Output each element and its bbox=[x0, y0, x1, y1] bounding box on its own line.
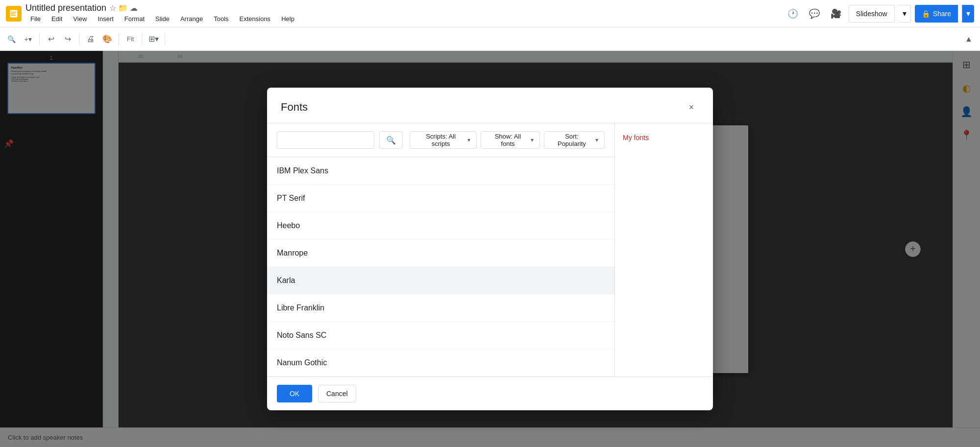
toolbar: 🔍 +▾ ↩ ↪ 🖨 🎨 Fit ⊞▾ ▲ bbox=[0, 27, 980, 51]
font-list-item[interactable]: Karla bbox=[267, 267, 614, 294]
filter-scripts-button[interactable]: Scripts: All scripts ▾ bbox=[410, 131, 477, 149]
main-area: 1 PaperMont Professional Presentations i… bbox=[0, 51, 980, 447]
font-list-item[interactable]: Nanum Gothic bbox=[267, 349, 614, 376]
menu-view[interactable]: View bbox=[68, 13, 92, 24]
comment-icon-btn[interactable]: 💬 bbox=[806, 5, 823, 23]
font-list-item[interactable]: Noto Sans SC bbox=[267, 322, 614, 349]
layout-icon-btn[interactable]: ⊞▾ bbox=[146, 32, 161, 47]
doc-title: Untitled presentation ☆ 📁 ☁ bbox=[25, 3, 299, 13]
svg-rect-3 bbox=[11, 15, 16, 16]
font-list-item[interactable]: PT Serif bbox=[267, 185, 614, 212]
undo-btn[interactable]: ↩ bbox=[44, 32, 58, 47]
svg-rect-2 bbox=[11, 13, 15, 14]
filter-sort-label: Sort: Popularity bbox=[550, 133, 593, 147]
top-bar: Untitled presentation ☆ 📁 ☁ File Edit Vi… bbox=[0, 0, 980, 27]
filter-show-label: Show: All fonts bbox=[487, 133, 529, 147]
menu-file[interactable]: File bbox=[25, 13, 46, 24]
menu-slide[interactable]: Slide bbox=[150, 13, 174, 24]
title-section: Untitled presentation ☆ 📁 ☁ File Edit Vi… bbox=[25, 3, 299, 24]
doc-title-text[interactable]: Untitled presentation bbox=[25, 3, 106, 13]
menu-extensions[interactable]: Extensions bbox=[235, 13, 276, 24]
toolbar-right-collapse[interactable]: ▲ bbox=[961, 32, 976, 47]
filter-scripts-caret: ▾ bbox=[467, 137, 470, 143]
share-lock-icon: 🔒 bbox=[922, 10, 930, 18]
modal-close-button[interactable]: × bbox=[684, 99, 699, 115]
menu-format[interactable]: Format bbox=[120, 13, 149, 24]
toolbar-divider-3 bbox=[119, 33, 119, 45]
my-fonts-label[interactable]: My fonts bbox=[623, 134, 649, 141]
zoom-fit-btn[interactable]: Fit bbox=[123, 32, 138, 47]
camera-icon-btn[interactable]: 🎥 bbox=[827, 5, 845, 23]
redo-btn[interactable]: ↪ bbox=[60, 32, 75, 47]
menu-help[interactable]: Help bbox=[276, 13, 299, 24]
menu-tools[interactable]: Tools bbox=[209, 13, 233, 24]
toolbar-divider-5 bbox=[165, 33, 165, 45]
svg-rect-1 bbox=[11, 11, 17, 12]
ok-button[interactable]: OK bbox=[277, 385, 312, 402]
share-button[interactable]: 🔒 Share bbox=[915, 5, 958, 23]
history-icon-btn[interactable]: 🕐 bbox=[784, 5, 802, 23]
slideshow-button[interactable]: Slideshow bbox=[849, 5, 895, 23]
zoom-combo-btn[interactable]: +▾ bbox=[21, 32, 35, 47]
menu-insert[interactable]: Insert bbox=[93, 13, 119, 24]
menu-bar: File Edit View Insert Format Slide Arran… bbox=[25, 13, 299, 24]
print-btn[interactable]: 🖨 bbox=[83, 32, 98, 47]
modal-left-panel: 🔍 Scripts: All scripts ▾ Show: All fonts… bbox=[267, 123, 615, 376]
fonts-modal: Fonts × 🔍 Scripts: All scripts ▾ bbox=[267, 88, 713, 410]
doc-title-icons: ☆ 📁 ☁ bbox=[109, 3, 138, 13]
font-list-item[interactable]: Libre Franklin bbox=[267, 294, 614, 322]
toolbar-divider-1 bbox=[39, 33, 40, 45]
paint-btn[interactable]: 🎨 bbox=[100, 32, 115, 47]
modal-overlay: Fonts × 🔍 Scripts: All scripts ▾ bbox=[0, 51, 980, 447]
app-icon bbox=[6, 6, 22, 22]
zoom-in-btn[interactable]: 🔍 bbox=[4, 32, 19, 47]
cancel-button[interactable]: Cancel bbox=[318, 385, 356, 402]
search-area: 🔍 Scripts: All scripts ▾ Show: All fonts… bbox=[267, 123, 614, 157]
modal-title: Fonts bbox=[281, 101, 308, 114]
toolbar-divider-2 bbox=[79, 33, 79, 45]
folder-icon[interactable]: 📁 bbox=[118, 3, 128, 13]
font-list-item[interactable]: Manrope bbox=[267, 239, 614, 267]
font-search-input[interactable] bbox=[277, 131, 374, 149]
filter-scripts-label: Scripts: All scripts bbox=[416, 133, 466, 147]
filter-sort-button[interactable]: Sort: Popularity ▾ bbox=[544, 131, 605, 149]
modal-right-panel: My fonts bbox=[615, 123, 713, 376]
cloud-icon[interactable]: ☁ bbox=[130, 3, 138, 13]
menu-arrange[interactable]: Arrange bbox=[175, 13, 208, 24]
star-icon[interactable]: ☆ bbox=[109, 3, 116, 13]
modal-body: 🔍 Scripts: All scripts ▾ Show: All fonts… bbox=[267, 123, 713, 376]
font-list-item[interactable]: Heebo bbox=[267, 212, 614, 239]
filter-show-caret: ▾ bbox=[531, 137, 534, 143]
modal-footer: OK Cancel bbox=[267, 376, 713, 410]
font-search-button[interactable]: 🔍 bbox=[379, 131, 403, 149]
filter-group: Scripts: All scripts ▾ Show: All fonts ▾… bbox=[410, 131, 605, 149]
top-bar-right: 🕐 💬 🎥 Slideshow ▾ 🔒 Share ▾ bbox=[784, 5, 974, 23]
modal-header: Fonts × bbox=[267, 88, 713, 123]
slideshow-caret[interactable]: ▾ bbox=[899, 5, 911, 23]
font-list-item[interactable]: IBM Plex Sans bbox=[267, 157, 614, 185]
share-caret[interactable]: ▾ bbox=[962, 5, 974, 23]
toolbar-divider-4 bbox=[142, 33, 142, 45]
search-icon: 🔍 bbox=[386, 136, 396, 145]
share-label: Share bbox=[933, 10, 951, 18]
filter-sort-caret: ▾ bbox=[595, 137, 598, 143]
font-list: IBM Plex SansPT SerifHeeboManropeKarlaLi… bbox=[267, 157, 614, 376]
filter-show-button[interactable]: Show: All fonts ▾ bbox=[481, 131, 540, 149]
menu-edit[interactable]: Edit bbox=[47, 13, 67, 24]
